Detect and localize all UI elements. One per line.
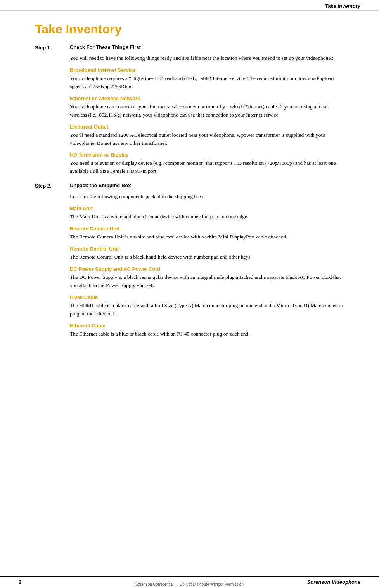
- body-electrical: You’ll need a standard 120v AC electrica…: [70, 131, 344, 148]
- sub-heading-ethernet-cable: Ethernet Cable: [70, 323, 344, 329]
- sub-heading-remote-control: Remote Control Unit: [70, 246, 344, 252]
- step2-content: Look for the following components packed…: [70, 193, 344, 338]
- sub-heading-remote-camera: Remote Camera Unit: [70, 226, 344, 231]
- step2-heading: Unpack the Shipping Box: [70, 183, 131, 189]
- step2-row: Step 2. Unpack the Shipping Box: [35, 183, 344, 189]
- page-title: Take Inventory: [35, 22, 344, 37]
- sub-heading-hdmi: HDMI Cable: [70, 294, 344, 300]
- sub-heading-broadband: Broadband Internet Service: [70, 67, 344, 73]
- sub-heading-electrical: Electrical Outlet: [70, 124, 344, 130]
- page-container: Take Inventory Take Inventory Step 1. Ch…: [0, 0, 379, 588]
- step1-heading: Check For These Things First: [70, 44, 141, 50]
- body-broadband: Your videophone requires a “High-Speed” …: [70, 75, 344, 91]
- sub-heading-ethernet-wireless: Ethernet or Wireless Network: [70, 96, 344, 101]
- sub-heading-hdtv: HD Television or Display: [70, 152, 344, 158]
- step1-intro: You will need to have the following thin…: [70, 54, 344, 63]
- body-ethernet-wireless: Your videophone can connect to your Inte…: [70, 103, 344, 119]
- body-remote-camera: The Remote Camera Unit is a white and bl…: [70, 233, 344, 241]
- step2-intro: Look for the following components packed…: [70, 193, 344, 201]
- header-bar: Take Inventory: [0, 0, 379, 11]
- step1-content: You will need to have the following thin…: [70, 54, 344, 176]
- footer: 2 Sorenson Videophone Sorenson Confident…: [0, 576, 379, 588]
- step1-label: Step 1.: [35, 44, 70, 50]
- body-hdtv: You need a television or display device …: [70, 159, 344, 176]
- header-title: Take Inventory: [325, 3, 360, 9]
- sub-heading-dc-power: DC Power Supply and AC Power Cord: [70, 266, 344, 272]
- sub-heading-main-unit: Main Unit: [70, 205, 344, 211]
- step1-row: Step 1. Check For These Things First: [35, 44, 344, 50]
- main-content: Take Inventory Step 1. Check For These T…: [0, 11, 379, 365]
- step2-label: Step 2.: [35, 183, 70, 189]
- body-hdmi: The HDMI cable is a black cable with a F…: [70, 302, 344, 318]
- body-ethernet-cable: The Ethernet cable is a blue or black ca…: [70, 330, 344, 338]
- body-remote-control: The Remote Control Unit is a black hand-…: [70, 253, 344, 261]
- footer-confidential: Sorenson Confidential — Do Not Distribut…: [0, 582, 379, 588]
- body-dc-power: The DC Power Supply is a black rectangul…: [70, 273, 344, 290]
- body-main-unit: The Main Unit is a white and blue circul…: [70, 213, 344, 221]
